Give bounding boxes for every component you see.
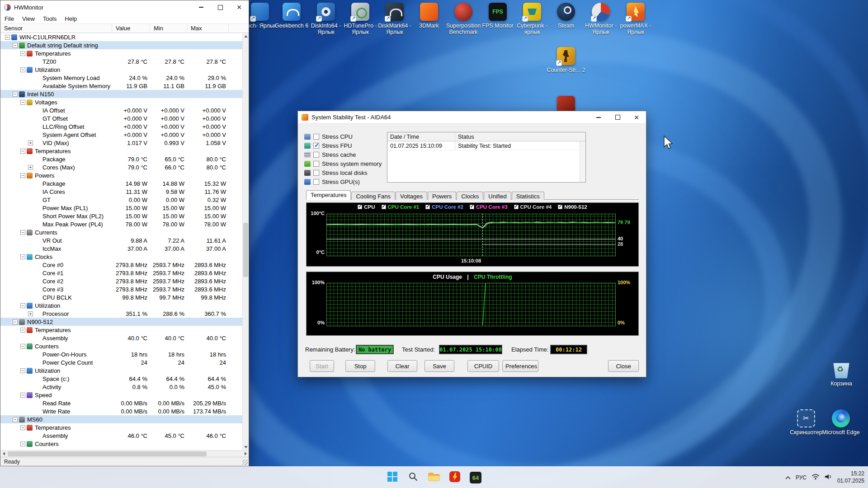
sensor-row[interactable]: Power-On-Hours18 hrs18 hrs18 hrs: [0, 350, 242, 358]
stress-option[interactable]: Stress CPU: [304, 132, 386, 141]
tree-expander-icon[interactable]: −: [20, 393, 25, 398]
stop-button[interactable]: Stop: [345, 360, 375, 372]
sensor-row[interactable]: IccMax37.00 A37.00 A37.00 A: [0, 244, 242, 253]
sensor-row[interactable]: +Cores (Max)79.0 °C66.0 °C80.0 °C: [0, 163, 242, 171]
log-column-datetime[interactable]: Date / Time: [387, 132, 455, 141]
horizontal-scrollbar[interactable]: [0, 450, 249, 457]
checkbox-unchecked[interactable]: [313, 161, 319, 167]
tab-cooling-fans[interactable]: Cooling Fans: [351, 192, 395, 200]
menu-tools[interactable]: Tools: [39, 15, 61, 22]
sensor-row[interactable]: IA Offset+0.000 V+0.000 V+0.000 V: [0, 106, 242, 114]
legend-checkbox-icon[interactable]: [382, 205, 386, 209]
minimize-button[interactable]: [192, 0, 211, 14]
checkbox-checked[interactable]: [313, 143, 319, 149]
sensor-row[interactable]: +Processor351.1 %288.6 %360.7 %: [0, 310, 242, 318]
scroll-up-arrow-icon[interactable]: [243, 33, 249, 39]
taskbar-aida64-button[interactable]: 64: [467, 469, 485, 487]
sensor-row[interactable]: CPU BCLK99.8 MHz99.7 MHz99.8 MHz: [0, 293, 242, 301]
tree-expander-icon[interactable]: −: [13, 92, 18, 97]
sensor-row[interactable]: Read Rate0.00 MB/s0.00 MB/s205.29 MB/s: [0, 399, 242, 407]
vertical-scrollbar-thumb[interactable]: [243, 223, 248, 277]
scroll-right-arrow-icon[interactable]: [242, 450, 249, 457]
sensor-row[interactable]: Core #22793.8 MHz2593.7 MHz2893.6 MHz: [0, 277, 242, 285]
desktop-icon-edge[interactable]: Microsoft Edge: [820, 409, 862, 436]
maximize-button[interactable]: [608, 111, 627, 123]
stress-option[interactable]: Stress cache: [304, 150, 386, 159]
legend-item[interactable]: N900-512: [558, 204, 587, 210]
tree-expander-icon[interactable]: −: [13, 417, 18, 422]
tree-expander-icon[interactable]: +: [28, 165, 33, 170]
volume-icon[interactable]: [825, 474, 832, 482]
legend-item[interactable]: CPU Core #4: [514, 204, 552, 210]
scroll-down-arrow-icon[interactable]: [243, 444, 249, 450]
tab-unified[interactable]: Unified: [484, 192, 511, 200]
menu-view[interactable]: View: [18, 15, 39, 22]
close-button[interactable]: [230, 0, 249, 14]
tree-expander-icon[interactable]: −: [20, 51, 25, 56]
taskbar-start-button[interactable]: [383, 469, 401, 487]
column-header-min[interactable]: Min: [150, 24, 187, 33]
tab-powers[interactable]: Powers: [428, 192, 456, 200]
sensor-row[interactable]: VR Out9.88 A7.22 A11.61 A: [0, 236, 242, 244]
tree-category-row[interactable]: −Counters: [0, 440, 242, 448]
tray-chevron-icon[interactable]: [785, 474, 791, 482]
sensor-row[interactable]: Core #02793.8 MHz2593.7 MHz2893.6 MHz: [0, 261, 242, 269]
menu-file[interactable]: File: [0, 15, 18, 22]
legend-item[interactable]: CPU Core #2: [425, 204, 463, 210]
tree-category-row[interactable]: −Utilization: [0, 301, 242, 310]
sensor-row[interactable]: Max Peak Power (PL4)78.00 W78.00 W78.00 …: [0, 220, 242, 228]
sensor-row[interactable]: Short Power Max (PL2)15.00 W15.00 W15.00…: [0, 212, 242, 220]
sensor-row[interactable]: Assembly46.0 °C45.0 °C46.0 °C: [0, 432, 242, 440]
tree-device-row[interactable]: −Default string Default string: [0, 41, 242, 49]
stress-option[interactable]: Stress FPU: [304, 141, 386, 150]
stress-option[interactable]: Stress system memory: [304, 159, 386, 168]
sensor-row[interactable]: Core #12793.8 MHz2593.7 MHz2893.6 MHz: [0, 269, 242, 277]
tree-device-row[interactable]: −MS60: [0, 415, 242, 423]
tree-category-row[interactable]: −Temperatures: [0, 423, 242, 432]
checkbox-unchecked[interactable]: [313, 134, 319, 140]
tree-expander-icon[interactable]: −: [20, 149, 25, 154]
tree-category-row[interactable]: −Clocks: [0, 253, 242, 261]
column-header-value[interactable]: Value: [112, 24, 150, 33]
tab-temperatures[interactable]: Temperatures: [306, 190, 351, 200]
tree-expander-icon[interactable]: −: [20, 254, 25, 259]
sensor-row[interactable]: LLC/Ring Offset+0.000 V+0.000 V+0.000 V: [0, 122, 242, 131]
checkbox-unchecked[interactable]: [313, 152, 319, 158]
vertical-scrollbar[interactable]: [242, 33, 249, 450]
log-row[interactable]: 01.07.2025 15:10:09 Stability Test: Star…: [387, 141, 585, 150]
start-button[interactable]: Start: [310, 360, 334, 372]
stress-option[interactable]: Stress local disks: [304, 168, 386, 177]
sensor-row[interactable]: Power Cycle Count242424: [0, 358, 242, 366]
tree-expander-icon[interactable]: −: [20, 368, 25, 373]
taskbar-file-explorer-button[interactable]: [425, 469, 443, 487]
tree-device-row[interactable]: −Intel N150: [0, 90, 242, 98]
tree-expander-icon[interactable]: −: [20, 67, 25, 72]
tab-clocks[interactable]: Clocks: [457, 192, 483, 200]
sensor-row[interactable]: IA Cores11.31 W9.58 W11.76 W: [0, 188, 242, 196]
horizontal-scrollbar-thumb[interactable]: [8, 451, 207, 456]
sensor-row[interactable]: Core #32793.8 MHz2593.7 MHz2893.6 MHz: [0, 285, 242, 293]
legend-checkbox-icon[interactable]: [514, 205, 519, 209]
tree-category-row[interactable]: −Temperatures: [0, 147, 242, 155]
tree-device-row[interactable]: −N900-512: [0, 318, 242, 326]
sensor-row[interactable]: Package79.0 °C65.0 °C80.0 °C: [0, 155, 242, 163]
log-scrollbar[interactable]: [580, 141, 585, 182]
tab-statistics[interactable]: Statistics: [512, 192, 544, 200]
minimize-button[interactable]: [589, 111, 608, 123]
sensor-row[interactable]: Write Rate0.00 MB/s0.00 MB/s173.74 MB/s: [0, 407, 242, 415]
tray-clock[interactable]: 15:22 01.07.2025: [837, 470, 864, 484]
tray-language-indicator[interactable]: РУС: [796, 474, 807, 481]
sensor-row[interactable]: Package14.98 W14.88 W15.32 W: [0, 179, 242, 188]
network-icon[interactable]: [811, 474, 820, 482]
tree-category-row[interactable]: −Temperatures: [0, 326, 242, 334]
save-button[interactable]: Save: [425, 360, 454, 372]
tree-category-row[interactable]: −Utilization: [0, 366, 242, 375]
tree-expander-icon[interactable]: −: [20, 100, 25, 105]
close-test-button[interactable]: Close: [608, 360, 639, 372]
scroll-left-arrow-icon[interactable]: [0, 450, 7, 457]
tree-expander-icon[interactable]: −: [20, 441, 25, 446]
tree-category-row[interactable]: −Voltages: [0, 98, 242, 106]
log-column-status[interactable]: Status: [455, 134, 585, 140]
preferences-button[interactable]: Preferences: [502, 360, 538, 372]
sensor-row[interactable]: Power Max (PL1)15.00 W15.00 W15.00 W: [0, 204, 242, 212]
